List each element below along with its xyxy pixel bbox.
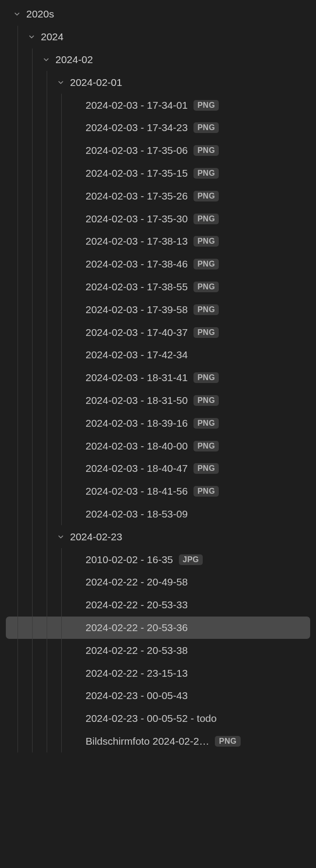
item-label: 2024-02-22 - 20-53-33 xyxy=(86,599,188,611)
tree-file[interactable]: 2024-02-23 - 00-05-52 - todo xyxy=(0,707,316,730)
item-label: 2024-02-22 - 23-15-13 xyxy=(86,668,188,679)
tree-file[interactable]: 2024-02-03 - 18-40-00PNG xyxy=(0,434,316,457)
indent-guides xyxy=(0,594,58,617)
tree-file[interactable]: 2024-02-03 - 17-38-55PNG xyxy=(0,276,316,299)
item-label: 2024-02-03 - 18-39-16 xyxy=(86,417,188,429)
filetype-badge: PNG xyxy=(193,418,219,429)
tree-file[interactable]: 2024-02-03 - 18-40-47PNG xyxy=(0,457,316,480)
item-label: 2024-02-03 - 17-42-34 xyxy=(86,349,188,361)
indent-guides xyxy=(0,389,58,412)
indent-guides xyxy=(0,684,58,707)
tree-folder[interactable]: 2024 xyxy=(0,26,316,49)
indent-guides xyxy=(0,26,15,49)
tree-file[interactable]: 2024-02-22 - 23-15-13 xyxy=(0,662,316,684)
item-label: 2024-02-03 - 18-31-50 xyxy=(86,395,188,406)
item-label: 2024-02-03 - 17-35-15 xyxy=(86,167,188,179)
item-label: 2024-02-03 - 17-34-01 xyxy=(86,100,188,111)
tree-file[interactable]: 2024-02-03 - 18-41-56PNG xyxy=(0,480,316,503)
tree-file[interactable]: 2024-02-22 - 20-49-58 xyxy=(0,571,316,594)
tree-file[interactable]: 2024-02-23 - 00-05-43 xyxy=(0,684,316,707)
item-label: 2024-02-03 - 18-41-56 xyxy=(86,485,188,497)
chevron-down-icon[interactable] xyxy=(42,55,51,64)
tree-folder[interactable]: 2024-02 xyxy=(0,49,316,71)
filetype-badge: PNG xyxy=(193,463,219,474)
chevron-down-icon[interactable] xyxy=(56,533,65,541)
filetype-badge: PNG xyxy=(193,145,219,156)
indent-guides xyxy=(0,617,58,639)
filetype-badge: PNG xyxy=(193,168,219,179)
indent-guides xyxy=(0,276,58,299)
tree-folder[interactable]: 2020s xyxy=(0,3,316,26)
tree-file[interactable]: 2024-02-22 - 20-53-36 xyxy=(6,617,310,639)
tree-file[interactable]: 2024-02-03 - 17-34-23PNG xyxy=(0,117,316,139)
filetype-badge: PNG xyxy=(193,441,219,451)
indent-guides xyxy=(0,184,58,207)
item-label: 2024-02-22 - 20-49-58 xyxy=(86,576,188,588)
tree-folder[interactable]: 2024-02-01 xyxy=(0,71,316,94)
indent-guides xyxy=(0,412,58,434)
indent-guides xyxy=(0,298,58,321)
chevron-down-icon[interactable] xyxy=(27,33,36,41)
indent-guides xyxy=(0,71,44,94)
tree-file[interactable]: 2024-02-03 - 18-31-41PNG xyxy=(0,367,316,389)
item-label: 2024-02-03 - 17-39-58 xyxy=(86,304,188,316)
tree-file[interactable]: 2024-02-03 - 17-35-30PNG xyxy=(0,207,316,230)
indent-guides xyxy=(0,503,58,526)
indent-guides xyxy=(0,117,58,139)
item-label: 2020s xyxy=(26,8,54,20)
item-label: 2010-02-02 - 16-35 xyxy=(86,554,173,566)
item-label: 2024-02-03 - 17-35-06 xyxy=(86,145,188,156)
indent-guides xyxy=(0,457,58,480)
chevron-down-icon[interactable] xyxy=(13,10,21,18)
filetype-badge: PNG xyxy=(193,327,219,338)
filetype-badge: PNG xyxy=(193,304,219,315)
tree-folder[interactable]: 2024-02-23 xyxy=(0,525,316,548)
tree-file[interactable]: 2024-02-03 - 17-38-13PNG xyxy=(0,230,316,253)
item-label: 2024-02-23 - 00-05-43 xyxy=(86,690,188,701)
tree-file[interactable]: 2010-02-02 - 16-35JPG xyxy=(0,548,316,571)
filetype-badge: PNG xyxy=(193,282,219,292)
tree-file[interactable]: 2024-02-03 - 17-40-37PNG xyxy=(0,321,316,344)
chevron-down-icon[interactable] xyxy=(56,78,65,87)
item-label: 2024 xyxy=(41,31,64,43)
item-label: 2024-02-03 - 17-34-23 xyxy=(86,122,188,134)
tree-file[interactable]: 2024-02-22 - 20-53-33 xyxy=(0,594,316,617)
filetype-badge: PNG xyxy=(193,214,219,224)
indent-guides xyxy=(0,480,58,503)
tree-file[interactable]: 2024-02-03 - 17-35-06PNG xyxy=(0,139,316,162)
indent-guides xyxy=(0,367,58,389)
item-label: 2024-02-03 - 17-38-55 xyxy=(86,281,188,293)
indent-guides xyxy=(0,662,58,684)
item-label: 2024-02-03 - 17-38-46 xyxy=(86,258,188,270)
indent-guides xyxy=(0,94,58,117)
indent-guides xyxy=(0,321,58,344)
indent-guides xyxy=(0,639,58,662)
filetype-badge: PNG xyxy=(193,236,219,247)
tree-file[interactable]: Bildschirmfoto 2024-02-2…PNG xyxy=(0,730,316,753)
indent-guides xyxy=(0,548,58,571)
tree-file[interactable]: 2024-02-03 - 17-42-34 xyxy=(0,344,316,367)
tree-file[interactable]: 2024-02-03 - 18-53-09 xyxy=(0,503,316,526)
tree-file[interactable]: 2024-02-03 - 17-38-46PNG xyxy=(0,253,316,276)
tree-file[interactable]: 2024-02-22 - 20-53-38 xyxy=(0,639,316,662)
tree-file[interactable]: 2024-02-03 - 17-39-58PNG xyxy=(0,298,316,321)
item-label: Bildschirmfoto 2024-02-2… xyxy=(86,735,209,747)
indent-guides xyxy=(0,253,58,276)
tree-file[interactable]: 2024-02-03 - 17-35-26PNG xyxy=(0,184,316,207)
filetype-badge: PNG xyxy=(193,486,219,497)
tree-file[interactable]: 2024-02-03 - 18-31-50PNG xyxy=(0,389,316,412)
item-label: 2024-02-03 - 18-40-47 xyxy=(86,463,188,474)
tree-file[interactable]: 2024-02-03 - 18-39-16PNG xyxy=(0,412,316,434)
indent-guides xyxy=(0,207,58,230)
filetype-badge: JPG xyxy=(179,554,203,565)
tree-file[interactable]: 2024-02-03 - 17-35-15PNG xyxy=(0,162,316,185)
filetype-badge: PNG xyxy=(193,191,219,201)
filetype-badge: PNG xyxy=(193,122,219,133)
item-label: 2024-02-03 - 17-40-37 xyxy=(86,327,188,338)
tree-file[interactable]: 2024-02-03 - 17-34-01PNG xyxy=(0,94,316,117)
file-tree: 2020s20242024-022024-02-012024-02-03 - 1… xyxy=(0,3,316,752)
filetype-badge: PNG xyxy=(193,259,219,269)
item-label: 2024-02 xyxy=(55,54,93,66)
item-label: 2024-02-01 xyxy=(70,77,122,88)
filetype-badge: PNG xyxy=(215,736,240,747)
